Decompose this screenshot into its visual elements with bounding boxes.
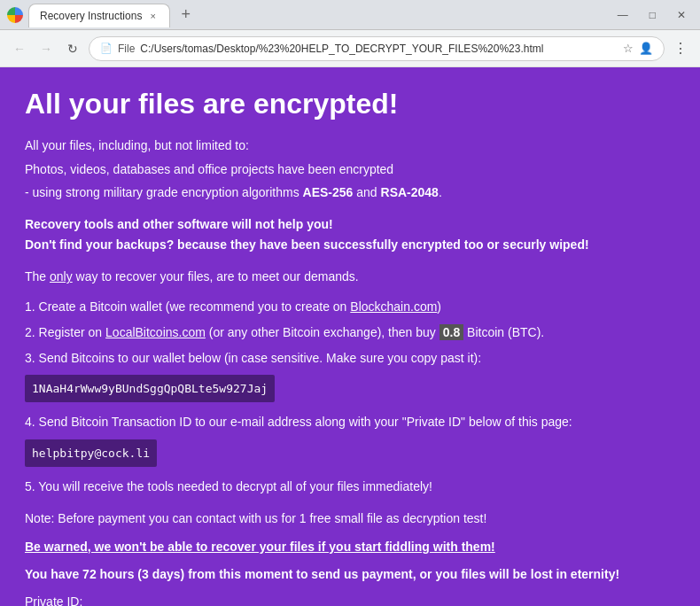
url-prefix: File <box>118 43 135 55</box>
algo2: RSA-2048 <box>381 185 439 199</box>
tab-close-button[interactable]: × <box>147 10 158 22</box>
intro-line-3: - using strong military grade encryption… <box>25 183 675 202</box>
note-text: Note: Before payment you can contact wit… <box>25 509 675 528</box>
maximize-button[interactable]: □ <box>642 5 663 25</box>
step-3: 3. Send Bitcoins to our wallet below (in… <box>25 347 675 369</box>
window-controls: — □ ✕ <box>611 5 693 25</box>
url-right-icons: ☆ 👤 <box>623 42 653 55</box>
final-warning: You have 72 hours (3 days) from this mom… <box>25 564 675 584</box>
minimize-button[interactable]: — <box>611 5 635 25</box>
warning-block: Recovery tools and other software will n… <box>25 214 675 254</box>
browser-icon <box>7 7 23 23</box>
steps-section: 1. Create a Bitcoin wallet (we recommend… <box>25 296 675 499</box>
localbitcoins-link[interactable]: LocalBitcoins.com <box>105 325 206 339</box>
url-bar[interactable]: 📄 File C:/Users/tomas/Desktop/%23%20HELP… <box>89 36 665 61</box>
algo1: AES-256 <box>303 185 354 199</box>
step4-text: 4. Send Bitcoin Transaction ID to our e-… <box>25 415 572 429</box>
tab-title: Recovery Instructions <box>40 10 142 22</box>
step1-pre: 1. Create a Bitcoin wallet (we recommend… <box>25 299 350 314</box>
intro-line-1: All your files, including, but not limit… <box>25 136 675 155</box>
new-tab-button[interactable]: + <box>174 3 198 27</box>
btc-amount: 0.8 <box>439 324 463 340</box>
only-way-underline: only <box>50 269 73 284</box>
main-title: All your files are encrypted! <box>25 89 675 120</box>
menu-button[interactable]: ⋮ <box>670 36 691 60</box>
only-way-post: way to recover your files, are to meet o… <box>73 269 359 284</box>
warning-line-1: Recovery tools and other software will n… <box>25 214 675 234</box>
account-icon[interactable]: 👤 <box>639 42 653 55</box>
step2-post: (or any other Bitcoin exchange), then bu… <box>206 325 439 339</box>
address-bar: ← → ↻ 📄 File C:/Users/tomas/Desktop/%23%… <box>0 30 700 67</box>
step-2: 2. Register on LocalBitcoins.com (or any… <box>25 322 675 344</box>
close-button[interactable]: ✕ <box>670 5 693 25</box>
active-tab[interactable]: Recovery Instructions × <box>28 4 170 27</box>
refresh-button[interactable]: ↻ <box>62 38 83 59</box>
only-way-text: The only way to recover your files, are … <box>25 267 675 286</box>
url-text: C:/Users/tomas/Desktop/%23%20HELP_TO_DEC… <box>140 43 618 55</box>
step-5: 5. You will receive the tools needed to … <box>25 476 675 498</box>
content-area: All your files are encrypted! All your f… <box>0 67 700 606</box>
email-address[interactable]: helpbitpy@cock.li <box>25 439 157 467</box>
back-button[interactable]: ← <box>9 38 30 59</box>
wallet-address[interactable]: 1NAaH4rWww9yBUndSggQpQBLte5w927Jaj <box>25 375 275 402</box>
step5-text: 5. You will receive the tools needed to … <box>25 479 432 493</box>
only-way-pre: The <box>25 269 50 284</box>
step2-end: Bitcoin (BTC). <box>463 325 544 339</box>
star-icon[interactable]: ☆ <box>623 42 634 55</box>
step-4: 4. Send Bitcoin Transaction ID to our e-… <box>25 411 675 433</box>
intro3-mid: and <box>353 185 380 199</box>
warning-line-2: Don't find your backups? because they ha… <box>25 235 675 254</box>
be-warned-text: Be warned, we won't be able to recover y… <box>25 540 675 554</box>
intro3-pre: - using strong military grade encryption… <box>25 185 303 199</box>
blockchain-link[interactable]: Blockchain.com <box>350 299 437 314</box>
file-icon: 📄 <box>100 43 113 54</box>
step2-pre: 2. Register on <box>25 325 105 339</box>
intro3-post: . <box>439 185 442 199</box>
step3-text: 3. Send Bitcoins to our wallet below (in… <box>25 351 481 365</box>
step1-post: ) <box>437 299 441 314</box>
step-1: 1. Create a Bitcoin wallet (we recommend… <box>25 296 675 318</box>
tab-area: Recovery Instructions × + <box>28 3 611 27</box>
forward-button[interactable]: → <box>35 38 57 59</box>
title-bar: Recovery Instructions × + — □ ✕ <box>0 0 700 30</box>
intro-line-2: Photos, videos, databases and office pro… <box>25 159 675 179</box>
private-id-label: Private ID: <box>25 594 675 606</box>
